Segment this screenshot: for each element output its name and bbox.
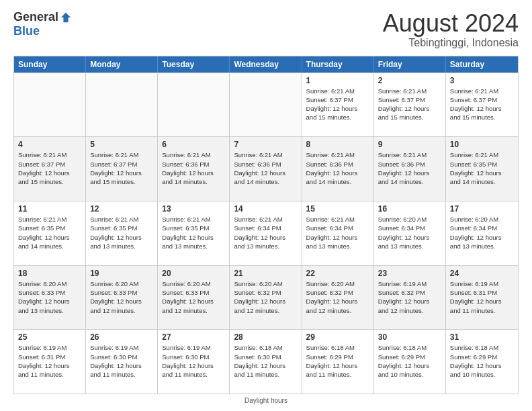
day-info: Sunrise: 6:18 AM Sunset: 6:29 PM Dayligh… <box>306 343 369 379</box>
cal-cell <box>86 73 158 137</box>
svg-marker-0 <box>61 12 71 21</box>
day-info: Sunrise: 6:18 AM Sunset: 6:29 PM Dayligh… <box>450 343 514 379</box>
day-number: 2 <box>378 76 441 85</box>
day-info: Sunrise: 6:18 AM Sunset: 6:30 PM Dayligh… <box>234 343 297 379</box>
cal-cell: 24Sunrise: 6:19 AM Sunset: 6:31 PM Dayli… <box>446 266 518 330</box>
header: General Blue August 2024 Tebingtinggi, I… <box>13 10 519 49</box>
day-info: Sunrise: 6:20 AM Sunset: 6:34 PM Dayligh… <box>378 215 441 250</box>
cal-cell: 5Sunrise: 6:21 AM Sunset: 6:37 PM Daylig… <box>86 137 158 201</box>
day-info: Sunrise: 6:21 AM Sunset: 6:35 PM Dayligh… <box>162 215 225 250</box>
day-number: 18 <box>18 269 81 278</box>
day-info: Sunrise: 6:21 AM Sunset: 6:35 PM Dayligh… <box>90 215 153 250</box>
cal-cell: 29Sunrise: 6:18 AM Sunset: 6:29 PM Dayli… <box>302 330 374 394</box>
cal-cell: 11Sunrise: 6:21 AM Sunset: 6:35 PM Dayli… <box>14 201 86 265</box>
day-number: 31 <box>450 332 514 342</box>
logo: General Blue <box>13 10 72 38</box>
cal-cell: 25Sunrise: 6:19 AM Sunset: 6:31 PM Dayli… <box>14 330 86 394</box>
day-number: 11 <box>18 204 81 214</box>
cal-cell <box>230 73 302 137</box>
day-info: Sunrise: 6:21 AM Sunset: 6:36 PM Dayligh… <box>234 150 297 186</box>
day-number: 24 <box>450 269 514 278</box>
calendar-header: SundayMondayTuesdayWednesdayThursdayFrid… <box>14 56 518 73</box>
day-number: 19 <box>90 269 153 278</box>
cal-cell: 4Sunrise: 6:21 AM Sunset: 6:37 PM Daylig… <box>14 137 86 201</box>
cal-cell <box>158 73 230 137</box>
cal-cell: 15Sunrise: 6:21 AM Sunset: 6:34 PM Dayli… <box>302 201 374 265</box>
cal-cell: 17Sunrise: 6:20 AM Sunset: 6:34 PM Dayli… <box>446 201 518 265</box>
cal-cell: 19Sunrise: 6:20 AM Sunset: 6:33 PM Dayli… <box>86 266 158 330</box>
day-number: 7 <box>234 140 297 149</box>
day-number: 27 <box>162 332 225 342</box>
cal-header-cell: Sunday <box>14 56 86 73</box>
cal-header-cell: Monday <box>86 56 158 73</box>
day-info: Sunrise: 6:21 AM Sunset: 6:36 PM Dayligh… <box>378 150 441 186</box>
day-number: 10 <box>450 140 514 149</box>
day-info: Sunrise: 6:21 AM Sunset: 6:34 PM Dayligh… <box>234 215 297 250</box>
day-info: Sunrise: 6:21 AM Sunset: 6:37 PM Dayligh… <box>378 87 441 122</box>
cal-cell: 14Sunrise: 6:21 AM Sunset: 6:34 PM Dayli… <box>230 201 302 265</box>
cal-cell: 10Sunrise: 6:21 AM Sunset: 6:35 PM Dayli… <box>446 137 518 201</box>
day-info: Sunrise: 6:19 AM Sunset: 6:32 PM Dayligh… <box>378 279 441 315</box>
day-number: 25 <box>18 332 81 342</box>
cal-cell: 13Sunrise: 6:21 AM Sunset: 6:35 PM Dayli… <box>158 201 230 265</box>
day-number: 4 <box>18 140 81 149</box>
day-number: 22 <box>306 269 369 278</box>
day-number: 21 <box>234 269 297 278</box>
cal-cell: 18Sunrise: 6:20 AM Sunset: 6:33 PM Dayli… <box>14 266 86 330</box>
cal-cell: 6Sunrise: 6:21 AM Sunset: 6:36 PM Daylig… <box>158 137 230 201</box>
day-number: 13 <box>162 204 225 214</box>
day-number: 28 <box>234 332 297 342</box>
day-info: Sunrise: 6:21 AM Sunset: 6:37 PM Dayligh… <box>306 87 369 122</box>
cal-cell: 21Sunrise: 6:20 AM Sunset: 6:32 PM Dayli… <box>230 266 302 330</box>
logo-general: General <box>13 10 58 24</box>
day-info: Sunrise: 6:18 AM Sunset: 6:29 PM Dayligh… <box>378 343 441 379</box>
cal-cell: 9Sunrise: 6:21 AM Sunset: 6:36 PM Daylig… <box>374 137 446 201</box>
day-number: 8 <box>306 140 369 149</box>
cal-cell: 1Sunrise: 6:21 AM Sunset: 6:37 PM Daylig… <box>302 73 374 137</box>
logo-blue: Blue <box>13 24 40 38</box>
footer-note: Daylight hours <box>13 397 519 404</box>
logo-text: General <box>13 10 72 24</box>
day-info: Sunrise: 6:19 AM Sunset: 6:31 PM Dayligh… <box>450 279 514 315</box>
day-info: Sunrise: 6:20 AM Sunset: 6:34 PM Dayligh… <box>450 215 514 250</box>
cal-cell: 3Sunrise: 6:21 AM Sunset: 6:37 PM Daylig… <box>446 73 518 137</box>
day-info: Sunrise: 6:20 AM Sunset: 6:33 PM Dayligh… <box>90 279 153 315</box>
day-info: Sunrise: 6:21 AM Sunset: 6:36 PM Dayligh… <box>162 150 225 186</box>
day-info: Sunrise: 6:21 AM Sunset: 6:34 PM Dayligh… <box>306 215 369 250</box>
day-info: Sunrise: 6:21 AM Sunset: 6:35 PM Dayligh… <box>18 215 81 250</box>
day-number: 9 <box>378 140 441 149</box>
day-number: 6 <box>162 140 225 149</box>
day-number: 17 <box>450 204 514 214</box>
day-info: Sunrise: 6:19 AM Sunset: 6:31 PM Dayligh… <box>18 343 81 379</box>
cal-header-cell: Wednesday <box>230 56 302 73</box>
logo-icon <box>60 11 72 24</box>
day-number: 14 <box>234 204 297 214</box>
day-number: 3 <box>450 76 514 85</box>
day-number: 12 <box>90 204 153 214</box>
cal-cell: 27Sunrise: 6:19 AM Sunset: 6:30 PM Dayli… <box>158 330 230 394</box>
day-info: Sunrise: 6:20 AM Sunset: 6:32 PM Dayligh… <box>234 279 297 315</box>
day-number: 26 <box>90 332 153 342</box>
cal-cell: 31Sunrise: 6:18 AM Sunset: 6:29 PM Dayli… <box>446 330 518 394</box>
cal-row: 25Sunrise: 6:19 AM Sunset: 6:31 PM Dayli… <box>14 329 518 394</box>
day-info: Sunrise: 6:21 AM Sunset: 6:37 PM Dayligh… <box>90 150 153 186</box>
cal-cell: 22Sunrise: 6:20 AM Sunset: 6:32 PM Dayli… <box>302 266 374 330</box>
cal-cell: 2Sunrise: 6:21 AM Sunset: 6:37 PM Daylig… <box>374 73 446 137</box>
title-block: August 2024 Tebingtinggi, Indonesia <box>383 10 519 49</box>
day-info: Sunrise: 6:19 AM Sunset: 6:30 PM Dayligh… <box>90 343 153 379</box>
day-info: Sunrise: 6:20 AM Sunset: 6:33 PM Dayligh… <box>18 279 81 315</box>
cal-header-cell: Tuesday <box>158 56 230 73</box>
day-number: 30 <box>378 332 441 342</box>
day-number: 23 <box>378 269 441 278</box>
day-info: Sunrise: 6:21 AM Sunset: 6:35 PM Dayligh… <box>450 150 514 186</box>
day-number: 20 <box>162 269 225 278</box>
day-info: Sunrise: 6:21 AM Sunset: 6:36 PM Dayligh… <box>306 150 369 186</box>
cal-header-cell: Friday <box>374 56 446 73</box>
cal-cell: 30Sunrise: 6:18 AM Sunset: 6:29 PM Dayli… <box>374 330 446 394</box>
day-info: Sunrise: 6:21 AM Sunset: 6:37 PM Dayligh… <box>18 150 81 186</box>
cal-cell: 28Sunrise: 6:18 AM Sunset: 6:30 PM Dayli… <box>230 330 302 394</box>
cal-cell: 12Sunrise: 6:21 AM Sunset: 6:35 PM Dayli… <box>86 201 158 265</box>
day-number: 29 <box>306 332 369 342</box>
day-info: Sunrise: 6:20 AM Sunset: 6:32 PM Dayligh… <box>306 279 369 315</box>
calendar-body: 1Sunrise: 6:21 AM Sunset: 6:37 PM Daylig… <box>14 73 518 394</box>
